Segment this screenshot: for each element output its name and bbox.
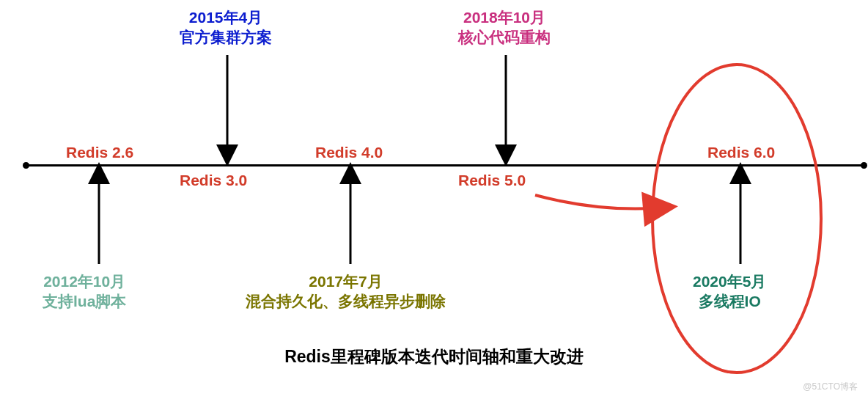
timeline-axis bbox=[26, 164, 864, 166]
watermark: @51CTO博客 bbox=[803, 381, 858, 393]
annotation-feature: 核心代码重构 bbox=[458, 29, 551, 45]
timeline-diagram: Redis 2.6 Redis 3.0 Redis 4.0 Redis 5.0 … bbox=[0, 0, 868, 399]
version-4-0: Redis 4.0 bbox=[315, 144, 383, 161]
annotation-feature: 支持lua脚本 bbox=[43, 293, 126, 310]
annotation-feature: 多线程IO bbox=[699, 293, 761, 310]
annotation-5-0: 2018年10月 核心代码重构 bbox=[458, 7, 551, 48]
annotation-feature: 官方集群方案 bbox=[180, 29, 272, 45]
annotation-4-0: 2017年7月 混合持久化、多线程异步删除 bbox=[246, 271, 446, 312]
version-6-0: Redis 6.0 bbox=[707, 144, 775, 161]
annotation-6-0: 2020年5月 多线程IO bbox=[693, 271, 766, 312]
diagram-title: Redis里程碑版本迭代时间轴和重大改进 bbox=[0, 345, 868, 368]
annotation-date: 2015年4月 bbox=[189, 9, 262, 26]
annotation-date: 2020年5月 bbox=[693, 273, 766, 290]
highlight-ellipse bbox=[652, 65, 821, 373]
annotation-3-0: 2015年4月 官方集群方案 bbox=[180, 7, 272, 48]
version-2-6: Redis 2.6 bbox=[66, 144, 133, 161]
annotation-feature: 混合持久化、多线程异步删除 bbox=[246, 293, 446, 310]
annotation-2-6: 2012年10月 支持lua脚本 bbox=[43, 271, 126, 312]
annotation-date: 2018年10月 bbox=[463, 9, 545, 26]
version-5-0: Redis 5.0 bbox=[458, 172, 526, 189]
annotation-date: 2017年7月 bbox=[309, 273, 382, 290]
annotation-date: 2012年10月 bbox=[43, 273, 125, 290]
version-3-0: Redis 3.0 bbox=[180, 172, 247, 189]
arrows-overlay bbox=[0, 0, 868, 399]
highlight-pointer-arrow bbox=[535, 195, 663, 209]
